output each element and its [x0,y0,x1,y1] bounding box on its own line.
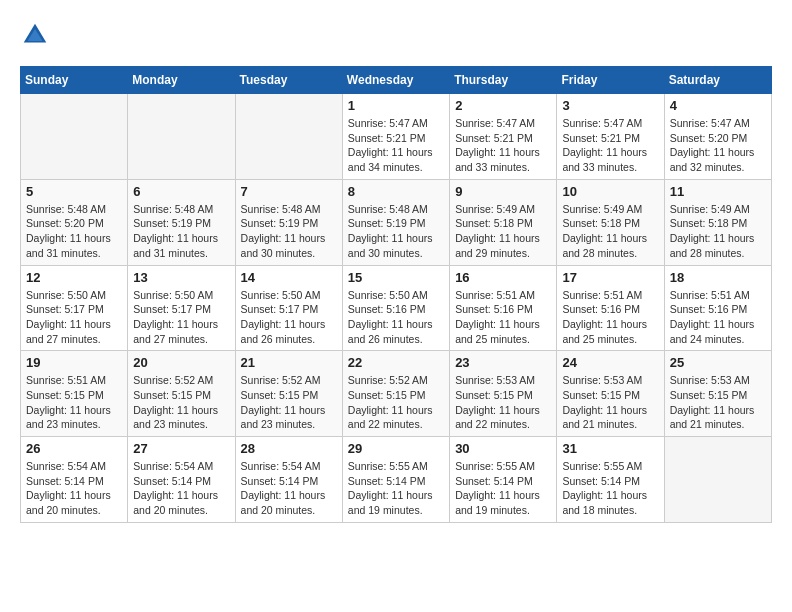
day-number: 17 [562,270,658,285]
day-info: Sunrise: 5:47 AMSunset: 5:21 PMDaylight:… [348,116,444,175]
day-number: 8 [348,184,444,199]
calendar-cell: 9Sunrise: 5:49 AMSunset: 5:18 PMDaylight… [450,179,557,265]
calendar-cell [664,437,771,523]
day-number: 2 [455,98,551,113]
day-info: Sunrise: 5:48 AMSunset: 5:20 PMDaylight:… [26,202,122,261]
calendar-cell: 24Sunrise: 5:53 AMSunset: 5:15 PMDayligh… [557,351,664,437]
calendar-week-row: 1Sunrise: 5:47 AMSunset: 5:21 PMDaylight… [21,94,772,180]
calendar-cell: 28Sunrise: 5:54 AMSunset: 5:14 PMDayligh… [235,437,342,523]
day-number: 6 [133,184,229,199]
day-info: Sunrise: 5:50 AMSunset: 5:17 PMDaylight:… [241,288,337,347]
day-number: 10 [562,184,658,199]
day-info: Sunrise: 5:53 AMSunset: 5:15 PMDaylight:… [455,373,551,432]
calendar-cell: 29Sunrise: 5:55 AMSunset: 5:14 PMDayligh… [342,437,449,523]
calendar-cell: 20Sunrise: 5:52 AMSunset: 5:15 PMDayligh… [128,351,235,437]
day-number: 15 [348,270,444,285]
day-info: Sunrise: 5:47 AMSunset: 5:20 PMDaylight:… [670,116,766,175]
calendar-week-row: 19Sunrise: 5:51 AMSunset: 5:15 PMDayligh… [21,351,772,437]
day-info: Sunrise: 5:50 AMSunset: 5:17 PMDaylight:… [26,288,122,347]
day-info: Sunrise: 5:53 AMSunset: 5:15 PMDaylight:… [562,373,658,432]
day-number: 14 [241,270,337,285]
day-number: 1 [348,98,444,113]
day-info: Sunrise: 5:55 AMSunset: 5:14 PMDaylight:… [455,459,551,518]
calendar-cell: 25Sunrise: 5:53 AMSunset: 5:15 PMDayligh… [664,351,771,437]
day-number: 25 [670,355,766,370]
day-info: Sunrise: 5:49 AMSunset: 5:18 PMDaylight:… [562,202,658,261]
day-number: 16 [455,270,551,285]
day-info: Sunrise: 5:48 AMSunset: 5:19 PMDaylight:… [133,202,229,261]
day-number: 9 [455,184,551,199]
day-info: Sunrise: 5:54 AMSunset: 5:14 PMDaylight:… [241,459,337,518]
calendar-cell: 13Sunrise: 5:50 AMSunset: 5:17 PMDayligh… [128,265,235,351]
calendar-cell: 10Sunrise: 5:49 AMSunset: 5:18 PMDayligh… [557,179,664,265]
calendar-table: SundayMondayTuesdayWednesdayThursdayFrid… [20,66,772,523]
day-info: Sunrise: 5:48 AMSunset: 5:19 PMDaylight:… [241,202,337,261]
day-info: Sunrise: 5:52 AMSunset: 5:15 PMDaylight:… [348,373,444,432]
day-info: Sunrise: 5:48 AMSunset: 5:19 PMDaylight:… [348,202,444,261]
day-info: Sunrise: 5:55 AMSunset: 5:14 PMDaylight:… [348,459,444,518]
day-number: 27 [133,441,229,456]
day-info: Sunrise: 5:52 AMSunset: 5:15 PMDaylight:… [241,373,337,432]
day-number: 28 [241,441,337,456]
day-number: 4 [670,98,766,113]
day-info: Sunrise: 5:55 AMSunset: 5:14 PMDaylight:… [562,459,658,518]
day-info: Sunrise: 5:54 AMSunset: 5:14 PMDaylight:… [133,459,229,518]
calendar-cell: 1Sunrise: 5:47 AMSunset: 5:21 PMDaylight… [342,94,449,180]
day-number: 13 [133,270,229,285]
day-info: Sunrise: 5:51 AMSunset: 5:16 PMDaylight:… [670,288,766,347]
calendar-cell: 12Sunrise: 5:50 AMSunset: 5:17 PMDayligh… [21,265,128,351]
calendar-cell: 7Sunrise: 5:48 AMSunset: 5:19 PMDaylight… [235,179,342,265]
calendar-week-row: 5Sunrise: 5:48 AMSunset: 5:20 PMDaylight… [21,179,772,265]
day-number: 29 [348,441,444,456]
weekday-header: Wednesday [342,67,449,94]
day-number: 18 [670,270,766,285]
calendar-cell: 19Sunrise: 5:51 AMSunset: 5:15 PMDayligh… [21,351,128,437]
page-header [20,20,772,50]
calendar-week-row: 26Sunrise: 5:54 AMSunset: 5:14 PMDayligh… [21,437,772,523]
calendar-cell: 14Sunrise: 5:50 AMSunset: 5:17 PMDayligh… [235,265,342,351]
day-number: 22 [348,355,444,370]
day-number: 21 [241,355,337,370]
day-number: 30 [455,441,551,456]
calendar-cell: 30Sunrise: 5:55 AMSunset: 5:14 PMDayligh… [450,437,557,523]
weekday-header: Sunday [21,67,128,94]
day-info: Sunrise: 5:51 AMSunset: 5:16 PMDaylight:… [562,288,658,347]
logo [20,20,54,50]
day-info: Sunrise: 5:49 AMSunset: 5:18 PMDaylight:… [670,202,766,261]
calendar-week-row: 12Sunrise: 5:50 AMSunset: 5:17 PMDayligh… [21,265,772,351]
calendar-cell: 8Sunrise: 5:48 AMSunset: 5:19 PMDaylight… [342,179,449,265]
day-number: 12 [26,270,122,285]
day-number: 23 [455,355,551,370]
calendar-cell: 3Sunrise: 5:47 AMSunset: 5:21 PMDaylight… [557,94,664,180]
calendar-cell: 5Sunrise: 5:48 AMSunset: 5:20 PMDaylight… [21,179,128,265]
weekday-header: Thursday [450,67,557,94]
day-info: Sunrise: 5:49 AMSunset: 5:18 PMDaylight:… [455,202,551,261]
calendar-cell: 31Sunrise: 5:55 AMSunset: 5:14 PMDayligh… [557,437,664,523]
logo-icon [20,20,50,50]
day-info: Sunrise: 5:47 AMSunset: 5:21 PMDaylight:… [562,116,658,175]
calendar-cell: 2Sunrise: 5:47 AMSunset: 5:21 PMDaylight… [450,94,557,180]
calendar-cell: 17Sunrise: 5:51 AMSunset: 5:16 PMDayligh… [557,265,664,351]
day-number: 3 [562,98,658,113]
weekday-header: Monday [128,67,235,94]
day-info: Sunrise: 5:50 AMSunset: 5:16 PMDaylight:… [348,288,444,347]
calendar-cell: 27Sunrise: 5:54 AMSunset: 5:14 PMDayligh… [128,437,235,523]
calendar-cell: 11Sunrise: 5:49 AMSunset: 5:18 PMDayligh… [664,179,771,265]
day-number: 24 [562,355,658,370]
day-info: Sunrise: 5:52 AMSunset: 5:15 PMDaylight:… [133,373,229,432]
calendar-cell: 15Sunrise: 5:50 AMSunset: 5:16 PMDayligh… [342,265,449,351]
calendar-cell: 18Sunrise: 5:51 AMSunset: 5:16 PMDayligh… [664,265,771,351]
calendar-cell: 16Sunrise: 5:51 AMSunset: 5:16 PMDayligh… [450,265,557,351]
calendar-cell [21,94,128,180]
calendar-cell: 4Sunrise: 5:47 AMSunset: 5:20 PMDaylight… [664,94,771,180]
day-number: 7 [241,184,337,199]
day-number: 26 [26,441,122,456]
day-number: 11 [670,184,766,199]
weekday-header: Tuesday [235,67,342,94]
weekday-header: Saturday [664,67,771,94]
calendar-cell: 22Sunrise: 5:52 AMSunset: 5:15 PMDayligh… [342,351,449,437]
calendar-cell: 21Sunrise: 5:52 AMSunset: 5:15 PMDayligh… [235,351,342,437]
calendar-cell [128,94,235,180]
day-info: Sunrise: 5:51 AMSunset: 5:15 PMDaylight:… [26,373,122,432]
weekday-header-row: SundayMondayTuesdayWednesdayThursdayFrid… [21,67,772,94]
